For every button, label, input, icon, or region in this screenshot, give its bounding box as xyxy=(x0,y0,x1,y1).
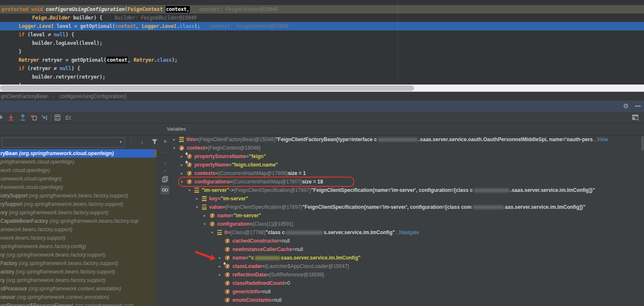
code-token: null xyxy=(54,32,65,38)
value-segment: null xyxy=(295,245,303,254)
value-segment: = xyxy=(246,152,249,161)
step-into-icon[interactable] xyxy=(0,114,3,121)
frame-item[interactable]: actory (org.springframework.beans.factor… xyxy=(0,268,156,276)
frame-item[interactable]: ry (org.springframework.beans.factory.su… xyxy=(0,276,156,284)
field-icon: f xyxy=(225,289,230,294)
scrollbar-thumb[interactable] xyxy=(0,85,414,91)
frame-item[interactable]: amework.beans.factory.support) xyxy=(0,225,156,234)
chevron-right-icon[interactable]: ▸ xyxy=(219,254,225,262)
chevron-right-icon[interactable]: ▸ xyxy=(204,211,210,220)
variable-row[interactable]: ▾fconfigurations = {ConcurrentHashMap@17… xyxy=(171,178,644,186)
variable-row[interactable]: ▾pcontext = {FeignContext@15048} xyxy=(171,144,644,152)
frame-up-icon[interactable]: ↑ xyxy=(129,138,132,145)
frame-item[interactable]: rySupport (org.springframework.beans.fac… xyxy=(0,200,156,208)
value-segment: = xyxy=(271,296,274,304)
filter-icon[interactable] xyxy=(151,139,158,145)
variable-row[interactable]: ▸freflectionData = {SoftReference@18598} xyxy=(171,270,644,279)
frames-list[interactable]: ryBean (org.springframework.cloud.openfe… xyxy=(0,149,156,306)
chevron-down-icon[interactable]: ▾ xyxy=(196,203,202,211)
editor-horizontal-scrollbar[interactable] xyxy=(0,85,644,92)
frame-item[interactable]: ework.beans.factory.support) xyxy=(0,234,156,242)
variable-row[interactable]: ▾fconfiguration = {Class[1]@18591} xyxy=(171,220,644,228)
value-segment: propertySourceName xyxy=(194,152,246,161)
value-segment: propertyName xyxy=(194,161,229,169)
step-out-icon[interactable] xyxy=(19,114,26,121)
frame-item[interactable]: Factory (org.springframework.beans.facto… xyxy=(0,259,156,268)
variable-row[interactable]: ▸fname = "csaas.server.service.im.ImConf… xyxy=(171,254,644,262)
variable-row[interactable]: fnewInstanceCallerCache = null xyxy=(171,245,644,254)
frame-item[interactable]: stProcessor (org.springframework.context… xyxy=(0,284,156,293)
watches-toolbar: + − ▲ ▼ xyxy=(159,135,171,306)
variable-row[interactable]: ▾value = {FeignClientSpecification@17897… xyxy=(171,203,644,211)
variable-row[interactable]: ▾"im-server" -> {FeignClientSpecificatio… xyxy=(171,186,644,194)
chevron-down-icon[interactable]: ▾ xyxy=(211,228,217,237)
frame-item[interactable]: ostProcessor$ResourceElement (org.spring… xyxy=(0,301,156,306)
variable-row[interactable]: ▸fpropertyName = "feign.client.name" xyxy=(171,161,644,169)
frame-down-icon[interactable]: ↓ xyxy=(141,138,144,145)
gear-icon[interactable]: ⚙ xyxy=(623,103,629,110)
breadcrumb-method[interactable]: configureUsingConfiguration() xyxy=(60,93,127,99)
variable-row[interactable]: fclassRedefinedCount = 0 xyxy=(171,279,644,287)
duplicate-icon[interactable] xyxy=(162,176,169,183)
chevron-down-icon[interactable]: ▾ xyxy=(188,186,194,194)
value-segment: "im-server" xyxy=(202,186,229,194)
frame-item[interactable]: work.cloud.openfeign) xyxy=(0,166,156,175)
chevron-down-icon[interactable]: ▾ xyxy=(204,220,210,228)
code-token: Logger xyxy=(142,23,159,29)
evaluate-expression-icon[interactable] xyxy=(54,114,61,121)
chevron-right-icon[interactable]: ▸ xyxy=(173,135,179,144)
frames-scrollbar-thumb[interactable] xyxy=(154,150,157,157)
frame-package: (org.springframework.beans.factory.suppo… xyxy=(16,269,115,275)
code-token: protected void xyxy=(2,6,46,12)
ide-debugger-window: protected void configureUsingConfigurati… xyxy=(0,0,644,306)
final-lock-icon xyxy=(186,153,188,155)
navigate-link[interactable]: Navigate xyxy=(399,228,419,237)
force-step-into-icon[interactable] xyxy=(8,114,14,121)
chevron-right-icon[interactable]: ▸ xyxy=(219,270,225,279)
show-watches-toggle[interactable] xyxy=(161,186,169,194)
value-segment: newInstanceCallerCache xyxy=(232,245,292,254)
frame-item[interactable]: pringframework.cloud.openfeign) xyxy=(0,158,156,166)
navigate-link[interactable]: View xyxy=(597,135,608,144)
frame-item[interactable]: CapableBeanFactory (org.springframework.… xyxy=(0,217,156,225)
variable-row[interactable]: ▸this = {FeignClientFactoryBean@15046} "… xyxy=(171,135,644,144)
hide-panel-icon[interactable] xyxy=(635,106,641,107)
frame-item[interactable]: ry (org.springframework.beans.factory.su… xyxy=(0,251,156,259)
code-editor[interactable]: protected void configureUsingConfigurati… xyxy=(0,0,644,85)
add-watch-icon[interactable]: + xyxy=(159,137,171,145)
trace-settings-icon[interactable] xyxy=(65,114,71,121)
move-down-icon[interactable]: ▼ xyxy=(159,167,171,175)
variable-row[interactable]: fcachedConstructor = null xyxy=(171,237,644,245)
variable-row[interactable]: ▸fname = "im-server" xyxy=(171,211,644,220)
variable-row[interactable]: ▸fclassLoader = {Launcher$AppClassLoader… xyxy=(171,262,644,270)
frame-item[interactable]: ramework.cloud.openfeign) xyxy=(0,175,156,183)
run-to-cursor-icon[interactable] xyxy=(41,114,48,121)
variable-row[interactable]: ▸fpropertySourceName = "feign" xyxy=(171,152,644,161)
variables-tree[interactable]: ▸this = {FeignClientFactoryBean@15046} "… xyxy=(171,135,644,306)
drop-frame-icon[interactable] xyxy=(30,114,37,121)
redacted-text xyxy=(286,231,323,235)
thread-selector[interactable]: ▾ xyxy=(2,137,125,148)
frames-panel: ▾ ↑ ↓ ryBean (org.springframework.cloud.… xyxy=(0,135,158,306)
restore-layout-icon[interactable] xyxy=(632,114,639,121)
chevron-down-icon[interactable]: ▾ xyxy=(181,178,187,186)
frame-item-selected[interactable]: ryBean (org.springframework.cloud.openfe… xyxy=(0,149,156,158)
frame-item[interactable]: istrySupport (org.springframework.beans.… xyxy=(0,191,156,200)
breadcrumb[interactable]: gnClientFactoryBean › configureUsingConf… xyxy=(0,93,644,101)
breadcrumb-class[interactable]: gnClientFactoryBean xyxy=(1,93,48,99)
frame-item[interactable]: framework.cloud.openfeign) xyxy=(0,183,156,191)
move-up-icon[interactable]: ▲ xyxy=(159,159,171,167)
chevron-down-icon[interactable]: ▾ xyxy=(173,144,179,152)
variable-row[interactable]: ▸key = "im-server" xyxy=(171,194,644,203)
variable-row[interactable]: fgenericInfo = null xyxy=(171,287,644,296)
variable-row[interactable]: fenumConstants = null xyxy=(171,296,644,304)
remove-watch-icon[interactable]: − xyxy=(159,148,171,156)
chevron-right-icon[interactable]: ▸ xyxy=(181,169,187,178)
chevron-right-icon[interactable]: ▸ xyxy=(196,194,202,203)
variable-row[interactable]: ▾0 = {Class@17768} "class cs.server.serv… xyxy=(171,228,644,237)
variable-row[interactable]: ▸fcontexts = {ConcurrentHashMap@17806} s… xyxy=(171,169,644,178)
field-icon: f xyxy=(225,247,230,252)
frame-item[interactable]: cessor (org.springframework.context.anno… xyxy=(0,293,156,301)
frame-item[interactable]: springframework.beans.factory.config) xyxy=(0,242,156,251)
frame-item[interactable]: ory (org.springframework.beans.factory.s… xyxy=(0,208,156,217)
